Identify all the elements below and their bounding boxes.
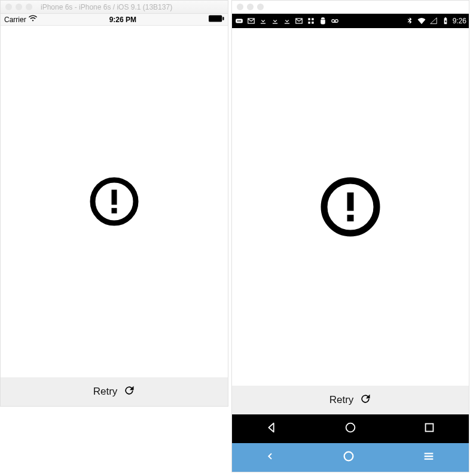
- retry-label: Retry: [93, 386, 118, 398]
- refresh-icon: [123, 385, 135, 399]
- signal-icon: [429, 17, 438, 25]
- svg-rect-11: [308, 18, 310, 20]
- back-button[interactable]: [265, 421, 278, 437]
- gmail-icon: [294, 17, 304, 25]
- zoom-dot-icon[interactable]: [257, 4, 264, 10]
- emulator-home-button[interactable]: [342, 450, 355, 465]
- svg-rect-4: [112, 208, 117, 213]
- svg-rect-13: [308, 22, 310, 24]
- svg-rect-1: [222, 17, 224, 20]
- retry-button[interactable]: Retry: [1, 377, 228, 406]
- home-button[interactable]: [344, 421, 357, 437]
- carrier-label: Carrier: [4, 16, 26, 24]
- svg-point-6: [237, 20, 239, 22]
- download-icon: [258, 17, 268, 25]
- android-status-bar: 9:26: [232, 14, 469, 28]
- apps-icon: [306, 17, 316, 25]
- overview-button[interactable]: [423, 421, 436, 437]
- refresh-icon: [359, 393, 371, 408]
- clock-label: 9:26: [453, 17, 466, 25]
- svg-rect-22: [347, 215, 354, 221]
- wifi-icon: [417, 17, 426, 25]
- svg-point-23: [346, 423, 355, 432]
- more-notifications-icon: [234, 17, 244, 25]
- retry-label: Retry: [329, 394, 354, 406]
- svg-rect-21: [347, 193, 354, 211]
- error-state-container: [232, 28, 469, 386]
- ios-simulator-window: iPhone 6s - iPhone 6s / iOS 9.1 (13B137)…: [0, 0, 228, 407]
- mac-window-titlebar: iPhone 6s - iPhone 6s / iOS 9.1 (13B137): [1, 1, 228, 14]
- svg-rect-14: [312, 22, 314, 24]
- mac-window-titlebar: [232, 1, 469, 14]
- ios-app-screen: Retry: [1, 26, 228, 406]
- emulator-toolbar: [232, 443, 469, 472]
- mac-traffic-lights[interactable]: [237, 4, 264, 10]
- close-dot-icon[interactable]: [5, 4, 12, 10]
- download-icon: [282, 17, 292, 25]
- svg-point-25: [344, 452, 353, 461]
- bluetooth-icon: [405, 17, 414, 25]
- emulator-menu-button[interactable]: [422, 450, 435, 465]
- mac-traffic-lights[interactable]: [5, 4, 32, 10]
- svg-point-16: [335, 20, 338, 23]
- voicemail-icon: [330, 17, 340, 25]
- svg-point-15: [332, 20, 335, 23]
- android-nav-bar: [232, 414, 469, 443]
- minimize-dot-icon[interactable]: [247, 4, 254, 10]
- svg-rect-12: [312, 18, 314, 20]
- svg-rect-19: [444, 17, 445, 18]
- close-dot-icon[interactable]: [237, 4, 243, 10]
- android-debug-icon: [318, 17, 328, 25]
- ios-status-bar: Carrier 9:26 PM: [1, 14, 228, 26]
- download-icon: [270, 17, 280, 25]
- error-state-container: [1, 26, 228, 377]
- android-emulator-window: 9:26 Retry: [231, 0, 469, 472]
- window-title: iPhone 6s - iPhone 6s / iOS 9.1 (13B137): [41, 3, 172, 11]
- clock-label: 9:26 PM: [109, 16, 136, 24]
- minimize-dot-icon[interactable]: [16, 4, 22, 10]
- emulator-back-button[interactable]: [266, 451, 275, 463]
- svg-point-8: [240, 20, 241, 22]
- gmail-icon: [246, 17, 256, 25]
- retry-button[interactable]: Retry: [232, 386, 469, 414]
- zoom-dot-icon[interactable]: [26, 4, 32, 10]
- battery-icon: [209, 15, 224, 24]
- svg-rect-0: [209, 15, 222, 22]
- svg-rect-3: [112, 190, 117, 205]
- svg-rect-24: [426, 424, 434, 432]
- wifi-icon: [29, 15, 37, 24]
- battery-charging-icon: [441, 17, 450, 25]
- android-app-screen: Retry: [232, 28, 469, 414]
- alert-circle-icon: [87, 175, 141, 228]
- svg-point-7: [239, 20, 240, 22]
- alert-circle-icon: [318, 174, 383, 240]
